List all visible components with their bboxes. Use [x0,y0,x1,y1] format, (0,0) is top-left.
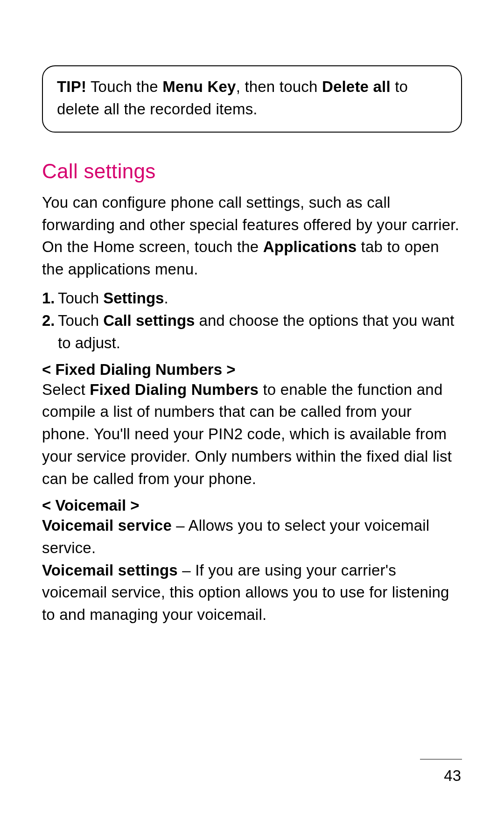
vm-service-bold: Voicemail service [42,517,172,534]
page-number-rule [420,759,462,759]
step-number: 1. [42,287,58,309]
vm-settings-bold: Voicemail settings [42,562,178,579]
step-body: Touch Settings. [58,287,168,309]
tip-box: TIP! Touch the Menu Key, then touch Dele… [42,65,462,133]
section-heading-call-settings: Call settings [42,160,462,183]
steps-list: 1. Touch Settings. 2. Touch Call setting… [42,287,462,354]
subhead-fixed-dialing-numbers: < Fixed Dialing Numbers > [42,361,462,379]
step-bold-settings: Settings [103,289,164,307]
step-item: 2. Touch Call settings and choose the op… [42,309,462,354]
voicemail-settings-paragraph: Voicemail settings – If you are using yo… [42,559,462,626]
fdn-text: Select [42,381,90,398]
manual-page: TIP! Touch the Menu Key, then touch Dele… [0,0,504,822]
intro-paragraph-1: You can configure phone call settings, s… [42,191,462,236]
tip-text: , then touch [236,78,322,95]
step-text: Touch [58,312,103,329]
intro-bold-applications: Applications [263,238,357,255]
step-body: Touch Call settings and choose the optio… [58,309,462,354]
tip-bold-delete-all: Delete all [322,78,391,95]
subhead-voicemail: < Voicemail > [42,497,462,514]
voicemail-service-paragraph: Voicemail service – Allows you to select… [42,514,462,559]
page-number: 43 [444,767,461,785]
fdn-bold: Fixed Dialing Numbers [90,381,259,398]
step-text: Touch [58,289,103,307]
step-item: 1. Touch Settings. [42,287,462,309]
tip-bold-menu-key: Menu Key [162,78,236,95]
intro-paragraph-2: On the Home screen, touch the Applicatio… [42,236,462,281]
step-text: . [164,289,168,307]
tip-text: Touch the [86,78,162,95]
fdn-paragraph: Select Fixed Dialing Numbers to enable t… [42,379,462,490]
tip-prefix: TIP! [57,78,86,95]
step-bold-call-settings: Call settings [103,312,195,329]
step-number: 2. [42,309,58,354]
intro-text: On the Home screen, touch the [42,238,263,255]
